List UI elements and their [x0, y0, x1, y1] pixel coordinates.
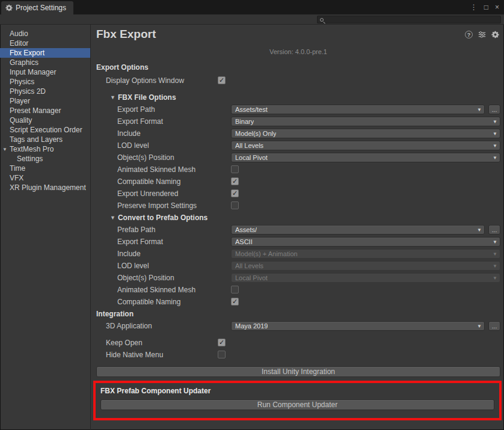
dropdown-arrow-icon: ▼ [493, 143, 497, 149]
foldout-arrow-icon: ▼ [96, 215, 115, 221]
prefab-lod-level-row: LOD level All Levels ▼ [96, 260, 500, 272]
run-component-updater-button[interactable]: Run Component Updater [100, 399, 494, 410]
sidebar-item-preset-manager[interactable]: Preset Manager [0, 106, 90, 115]
prefab-include-dropdown: Model(s) + Animation ▼ [231, 249, 500, 259]
prefab-objects-position-dropdown: Local Pivot ▼ [231, 273, 500, 283]
sidebar-item-graphics[interactable]: Graphics [0, 58, 90, 67]
lod-level-row: LOD level All Levels ▼ [96, 140, 500, 152]
export-unrendered-row: Export Unrendered [96, 188, 500, 200]
sidebar-item-physics-2d[interactable]: Physics 2D [0, 87, 90, 96]
sidebar-item-xr-plugin-management[interactable]: XR Plugin Management [0, 183, 90, 192]
sidebar-item-input-manager[interactable]: Input Manager [0, 67, 90, 77]
section-integration: Integration [96, 308, 500, 320]
settings-body: Audio Editor Fbx Export Graphics Input M… [0, 25, 504, 430]
sidebar-item-vfx[interactable]: VFX [0, 173, 90, 183]
objects-position-row: Object(s) Position Local Pivot ▼ [96, 152, 500, 164]
sidebar-item-time[interactable]: Time [0, 164, 90, 173]
dropdown-arrow-icon: ▼ [493, 119, 497, 124]
keep-open-checkbox[interactable] [218, 339, 226, 346]
install-unity-integration-button[interactable]: Install Unity Integration [96, 366, 500, 377]
hide-native-menu-checkbox[interactable] [218, 351, 226, 358]
field-label: Prefab Path [96, 226, 155, 234]
sidebar-item-textmesh-pro-settings[interactable]: Settings [0, 154, 90, 164]
prefab-path-row: Prefab Path Assets/ ▼ ... [96, 224, 500, 236]
export-path-dropdown[interactable]: Assets/test ▼ [231, 105, 485, 114]
prefab-export-format-row: Export Format ASCII ▼ [96, 236, 500, 248]
preserve-import-settings-row: Preserve Import Settings [96, 200, 500, 212]
sidebar-item-player[interactable]: Player [0, 96, 90, 106]
display-options-window-checkbox[interactable] [218, 76, 226, 84]
help-icon[interactable]: ? [465, 31, 473, 38]
field-label: Export Unrendered [96, 189, 178, 198]
display-options-window-row: Display Options Window [96, 75, 500, 87]
sidebar-item-textmesh-pro[interactable]: ▼ TextMesh Pro [0, 144, 90, 154]
animated-skinned-mesh-checkbox[interactable] [231, 165, 239, 173]
field-label: Object(s) Position [96, 274, 174, 282]
field-label: LOD level [96, 141, 149, 150]
search-input[interactable] [327, 16, 499, 23]
field-label: Export Path [96, 105, 155, 114]
export-path-browse-button[interactable]: ... [488, 105, 500, 114]
panel-header-icons: ? [465, 31, 499, 38]
page-title: Fbx Export [96, 27, 500, 41]
field-label: LOD level [96, 262, 149, 270]
field-label: Hide Native Menu [96, 351, 163, 359]
include-dropdown[interactable]: Model(s) Only ▼ [231, 129, 500, 138]
search-box[interactable] [317, 16, 501, 23]
panel-menu-gear-icon[interactable] [491, 31, 499, 38]
field-label: Compatible Naming [96, 177, 180, 186]
field-label: Display Options Window [96, 76, 184, 85]
prefab-path-browse-button[interactable]: ... [488, 225, 500, 235]
3d-application-row: 3D Application Maya 2019 ▼ ... [96, 320, 500, 332]
dropdown-arrow-icon: ▼ [493, 155, 497, 161]
export-format-row: Export Format Binary ▼ [96, 115, 500, 127]
prefab-path-dropdown[interactable]: Assets/ ▼ [231, 225, 485, 235]
sidebar-item-physics[interactable]: Physics [0, 77, 90, 87]
section-export-options: Export Options [96, 63, 500, 72]
close-icon[interactable]: × [495, 4, 499, 11]
3d-application-browse-button[interactable]: ... [488, 321, 500, 331]
prefab-animated-skinned-mesh-row: Animated Skinned Mesh [96, 284, 500, 296]
export-path-row: Export Path Assets/test ▼ ... [96, 103, 500, 115]
convert-to-prefab-options-foldout[interactable]: ▼ Convert to Prefab Options [96, 212, 500, 224]
prefab-include-row: Include Model(s) + Animation ▼ [96, 248, 500, 260]
preserve-import-settings-checkbox[interactable] [231, 201, 239, 209]
objects-position-dropdown[interactable]: Local Pivot ▼ [231, 153, 500, 162]
export-unrendered-checkbox[interactable] [231, 189, 239, 197]
section-fbx-prefab-component-updater: FBX Prefab Component Updater [100, 386, 494, 396]
window-menu-icon[interactable]: ⋮ [470, 4, 478, 11]
sidebar-item-quality[interactable]: Quality [0, 115, 90, 125]
window-controls: ⋮ □ × [470, 0, 499, 14]
fbx-file-options-foldout[interactable]: ▼ FBX File Options [96, 91, 500, 103]
sidebar-item-script-execution-order[interactable]: Script Execution Order [0, 125, 90, 135]
field-label: Object(s) Position [96, 153, 174, 162]
fbx-export-panel: Fbx Export ? Version: 4.0.0-pre.1 Export… [91, 25, 504, 430]
lod-level-dropdown[interactable]: All Levels ▼ [231, 141, 500, 150]
prefab-export-format-dropdown[interactable]: ASCII ▼ [231, 237, 500, 247]
field-label: Include [96, 129, 141, 138]
field-label: Preserve Import Settings [96, 201, 197, 210]
prefab-compatible-naming-checkbox[interactable] [231, 298, 239, 306]
prefab-animated-skinned-mesh-checkbox[interactable] [231, 286, 239, 293]
maximize-icon[interactable]: □ [484, 4, 488, 11]
preset-sliders-icon[interactable] [478, 31, 486, 38]
field-label: Keep Open [96, 339, 143, 347]
compatible-naming-row: Compatible Naming [96, 176, 500, 188]
project-settings-window: Project Settings ⋮ □ × Audio Editor Fbx … [0, 0, 504, 430]
foldout-arrow-icon[interactable]: ▼ [2, 147, 7, 152]
export-format-dropdown[interactable]: Binary ▼ [231, 117, 500, 126]
sidebar-item-audio[interactable]: Audio [0, 29, 90, 38]
field-label: Animated Skinned Mesh [96, 165, 195, 174]
tab-project-settings[interactable]: Project Settings [1, 1, 73, 14]
field-label: Animated Skinned Mesh [96, 286, 195, 294]
dropdown-arrow-icon: ▼ [477, 227, 482, 233]
prefab-compatible-naming-row: Compatible Naming [96, 296, 500, 308]
sidebar-item-tags-and-layers[interactable]: Tags and Layers [0, 135, 90, 144]
sidebar-item-fbx-export[interactable]: Fbx Export [0, 48, 90, 58]
sidebar-item-editor[interactable]: Editor [0, 38, 90, 48]
dropdown-arrow-icon: ▼ [493, 275, 497, 281]
3d-application-dropdown[interactable]: Maya 2019 ▼ [231, 321, 485, 331]
compatible-naming-checkbox[interactable] [231, 177, 239, 185]
dropdown-arrow-icon: ▼ [493, 131, 497, 137]
prefab-objects-position-row: Object(s) Position Local Pivot ▼ [96, 272, 500, 284]
